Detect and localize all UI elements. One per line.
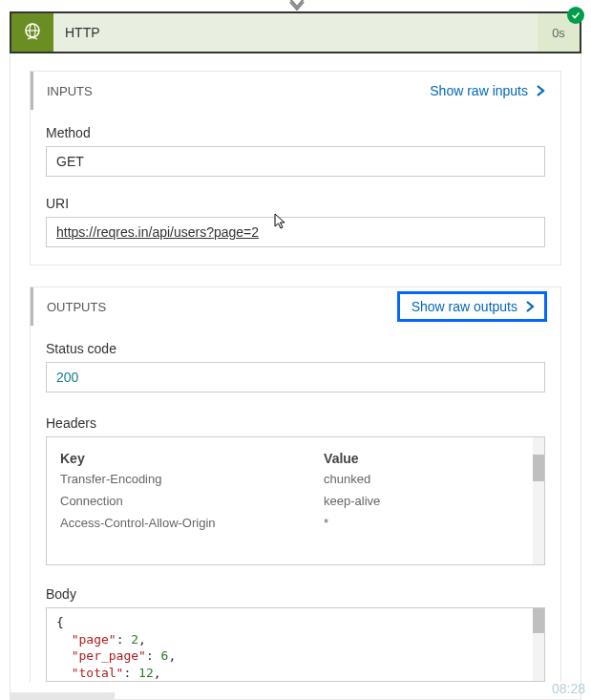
header-value: keep-alive <box>324 494 531 508</box>
header-key: Connection <box>60 494 324 508</box>
header-key: Access-Control-Allow-Origin <box>60 516 324 530</box>
table-row: Transfer-Encoding chunked <box>60 468 531 490</box>
status-code-box: 200 <box>46 362 545 392</box>
flow-arrow-down-icon <box>288 0 306 15</box>
table-row: Connection keep-alive <box>60 490 531 512</box>
header-key: Transfer-Encoding <box>60 472 324 486</box>
uri-label: URI <box>46 196 545 211</box>
status-code-label: Status code <box>46 341 545 356</box>
method-value: GET <box>56 154 84 169</box>
outputs-section: OUTPUTS Show raw outputs Status code 200… <box>30 286 561 682</box>
action-title: HTTP <box>53 13 538 52</box>
timestamp-watermark: 08:28 <box>552 681 585 696</box>
outputs-header: OUTPUTS Show raw outputs <box>31 287 560 326</box>
headers-column-header: Key Value <box>60 447 531 468</box>
chevron-right-icon <box>534 84 547 97</box>
body-json-box: { "page": 2, "per_page": 6, "total": 12,… <box>46 607 545 682</box>
headers-key-col: Key <box>60 451 324 466</box>
method-label: Method <box>46 125 545 140</box>
inputs-header: INPUTS Show raw inputs <box>31 72 560 110</box>
method-value-box: GET <box>46 146 545 177</box>
show-raw-outputs-link[interactable]: Show raw outputs <box>397 291 547 322</box>
headers-scrollbar[interactable] <box>533 437 544 564</box>
body-scrollbar-thumb[interactable] <box>533 608 544 633</box>
headers-scrollbar-thumb[interactable] <box>533 455 544 481</box>
header-value: chunked <box>324 472 531 486</box>
show-raw-inputs-link[interactable]: Show raw inputs <box>430 83 547 98</box>
http-globe-icon <box>11 13 53 52</box>
bottom-strip <box>10 692 115 700</box>
uri-value[interactable]: https://reqres.in/api/users?page=2 <box>56 224 259 240</box>
body-scrollbar[interactable] <box>533 608 544 681</box>
status-success-icon <box>567 7 584 24</box>
status-code-value: 200 <box>56 370 78 385</box>
action-body-panel: INPUTS Show raw inputs Method GET URI ht… <box>10 53 581 700</box>
outputs-title: OUTPUTS <box>47 300 106 314</box>
inputs-title: INPUTS <box>47 84 93 98</box>
header-value: * <box>324 516 531 530</box>
inputs-section: INPUTS Show raw inputs Method GET URI ht… <box>30 71 561 265</box>
table-row: Access-Control-Allow-Origin * <box>60 512 531 534</box>
chevron-right-icon <box>523 300 537 313</box>
action-header[interactable]: HTTP 0s <box>10 11 581 53</box>
headers-value-col: Value <box>324 451 531 466</box>
uri-value-box: https://reqres.in/api/users?page=2 <box>46 217 545 247</box>
show-raw-outputs-label: Show raw outputs <box>412 299 517 314</box>
headers-label: Headers <box>46 415 545 431</box>
headers-table: Key Value Transfer-Encoding chunked Conn… <box>46 436 545 565</box>
body-label: Body <box>46 586 545 602</box>
show-raw-inputs-label: Show raw inputs <box>430 83 528 98</box>
